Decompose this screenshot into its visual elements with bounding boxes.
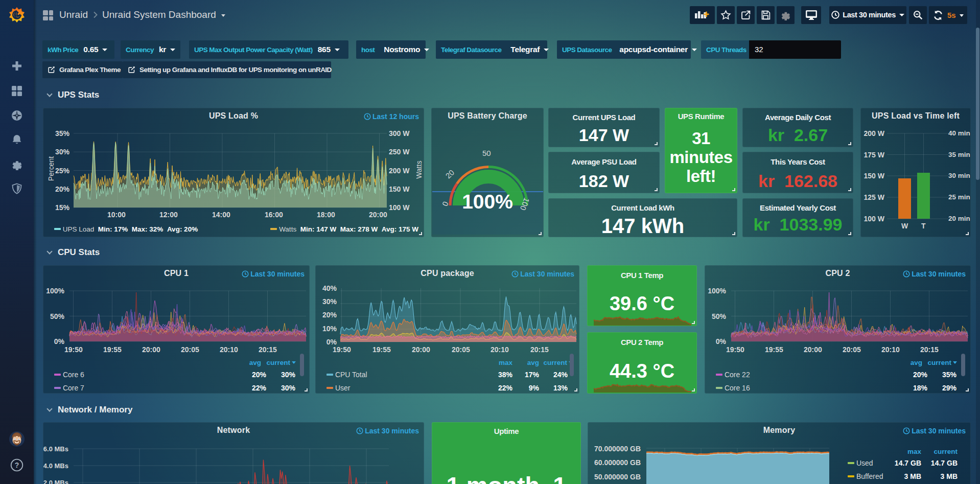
svg-text:?: ? <box>15 461 19 469</box>
